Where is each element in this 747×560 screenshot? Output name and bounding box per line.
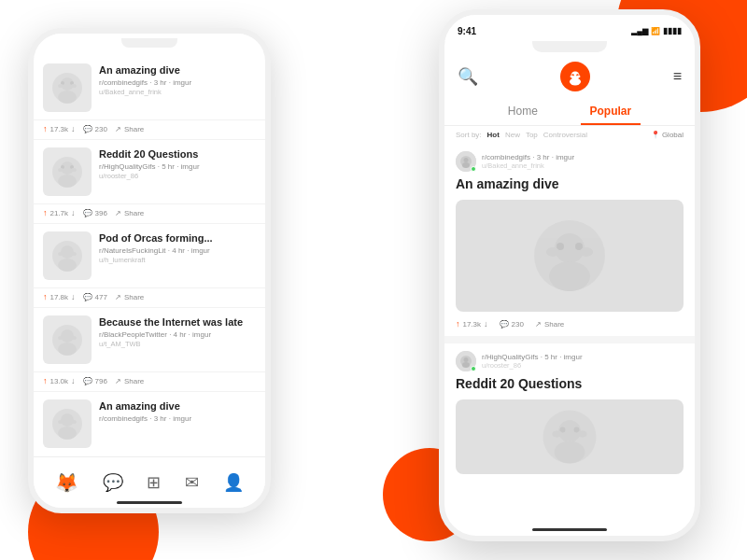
right-post-card-1[interactable]: r/combinedgifs · 3 hr · imgur u/Baked_an… [444, 144, 695, 343]
comment-section[interactable]: 💬 396 [83, 209, 107, 217]
comment-section[interactable]: 💬 230 [500, 320, 524, 329]
share-label: Share [124, 125, 144, 133]
vote-section[interactable]: ↑ 21.7k ↓ [43, 208, 76, 217]
post-meta: r/combinedgifs · 3 hr · imgur [99, 78, 256, 87]
share-icon: ↗ [115, 125, 121, 133]
svg-point-34 [571, 76, 574, 78]
vote-section[interactable]: ↑ 13.0k ↓ [43, 376, 76, 385]
svg-point-25 [61, 413, 74, 427]
post-meta: r/combinedgifs · 3 hr · imgur [99, 414, 256, 423]
svg-point-35 [577, 76, 581, 78]
bottom-nav-left: 🦊 💬 ⊞ ✉ 👤 [34, 456, 265, 508]
nav-browse-button[interactable]: ⊞ [147, 472, 161, 493]
tab-popular[interactable]: Popular [581, 99, 641, 125]
upvote-icon[interactable]: ↑ [43, 292, 48, 301]
online-indicator [471, 166, 476, 172]
downvote-icon[interactable]: ↓ [71, 292, 76, 301]
share-section[interactable]: ↗ Share [535, 320, 564, 329]
search-icon[interactable]: 🔍 [458, 66, 478, 87]
share-section[interactable]: ↗ Share [115, 125, 144, 133]
sort-top[interactable]: Top [526, 131, 538, 139]
right-post-meta-2: r/HighQualityGifs · 5 hr · imgur u/roost… [482, 353, 583, 370]
comment-icon: 💬 [83, 125, 92, 133]
nav-inbox-button[interactable]: ✉ [185, 472, 199, 493]
svg-point-9 [58, 175, 77, 188]
global-button[interactable]: 📍 Global [651, 131, 684, 139]
browse-nav-icon: ⊞ [147, 472, 161, 493]
home-nav-icon: 🦊 [55, 471, 78, 494]
post-info: Pod of Orcas forming... r/NatureIsFuckin… [99, 231, 256, 264]
global-label: Global [662, 131, 684, 139]
share-icon: ↗ [115, 209, 121, 217]
nav-profile-button[interactable]: 👤 [223, 472, 244, 493]
sort-controversial[interactable]: Controversial [543, 131, 587, 139]
vote-section[interactable]: ↑ 17.8k ↓ [43, 292, 76, 301]
reddit-logo [560, 62, 590, 91]
comment-count: 396 [95, 209, 107, 217]
comment-count: 230 [512, 320, 524, 329]
upvote-icon[interactable]: ↑ [43, 376, 48, 385]
share-section[interactable]: ↗ Share [115, 377, 144, 385]
upvote-icon[interactable]: ↑ [43, 208, 48, 217]
share-section[interactable]: ↗ Share [115, 209, 144, 217]
list-item[interactable]: An amazing dive r/combinedgifs · 3 hr · … [34, 56, 265, 120]
downvote-icon[interactable]: ↓ [71, 208, 76, 217]
right-post-title-2: Reddit 20 Questions [456, 375, 684, 392]
share-section[interactable]: ↗ Share [115, 293, 144, 301]
list-item[interactable]: Because the Internet was late r/BlackPeo… [34, 308, 265, 372]
upvote-icon[interactable]: ↑ [43, 124, 48, 133]
inbox-nav-icon: ✉ [185, 472, 199, 493]
nav-home-button[interactable]: 🦊 [55, 471, 78, 494]
subreddit-meta: r/combinedgifs · 3 hr · imgur [482, 153, 574, 161]
sort-hot[interactable]: Hot [487, 131, 500, 139]
tabs-bar: Home Popular [444, 99, 695, 126]
downvote-icon[interactable]: ↓ [71, 124, 76, 133]
sort-new[interactable]: New [505, 131, 520, 139]
post-actions-2: ↑ 21.7k ↓ 💬 396 ↗ Share [34, 204, 265, 224]
signal-icon: ▂▄▆ [631, 27, 648, 35]
post-info: Reddit 20 Questions r/HighQualityGifs · … [99, 147, 256, 180]
downvote-icon[interactable]: ↓ [71, 376, 76, 385]
status-icons: ▂▄▆ 📶 ▮▮▮▮ [631, 26, 682, 35]
svg-point-16 [58, 259, 77, 272]
svg-point-41 [549, 261, 590, 291]
svg-point-51 [555, 441, 585, 464]
post-title: An amazing dive [99, 399, 256, 413]
post-info: Because the Internet was late r/BlackPeo… [99, 315, 256, 348]
share-label: Share [544, 320, 564, 329]
vote-section[interactable]: ↑ 17.3k ↓ [43, 124, 76, 133]
upvote-count: 13.0k [50, 377, 69, 385]
svg-point-15 [61, 245, 74, 259]
upvote-icon[interactable]: ↑ [456, 319, 460, 329]
comment-section[interactable]: 💬 230 [83, 125, 107, 133]
list-item[interactable]: Pod of Orcas forming... r/NatureIsFuckin… [34, 224, 265, 288]
vote-section[interactable]: ↑ 17.3k ↓ [456, 319, 488, 329]
svg-point-18 [71, 252, 77, 256]
list-item[interactable]: Reddit 20 Questions r/HighQualityGifs · … [34, 140, 265, 204]
location-icon: 📍 [651, 131, 660, 139]
right-post-card-2[interactable]: r/HighQualityGifs · 5 hr · imgur u/roost… [444, 343, 695, 474]
online-indicator [471, 366, 476, 371]
post-thumbnail [43, 315, 92, 364]
comment-section[interactable]: 💬 796 [83, 377, 107, 385]
share-icon: ↗ [535, 320, 542, 329]
chat-nav-icon: 💬 [103, 472, 123, 493]
post-actions-1: ↑ 17.3k ↓ 💬 230 ↗ Share [34, 120, 265, 140]
menu-icon[interactable]: ≡ [673, 68, 682, 85]
svg-point-20 [61, 329, 74, 343]
post-actions-4: ↑ 13.0k ↓ 💬 796 ↗ Share [34, 372, 265, 392]
upvote-count: 17.8k [50, 293, 69, 301]
downvote-icon[interactable]: ↓ [484, 319, 488, 329]
post-info: An amazing dive r/combinedgifs · 3 hr · … [99, 399, 256, 424]
list-item[interactable]: An amazing dive r/combinedgifs · 3 hr · … [34, 392, 265, 455]
notch-right [532, 41, 607, 52]
nav-chat-button[interactable]: 💬 [103, 472, 123, 493]
post-title: Reddit 20 Questions [99, 147, 256, 161]
user-meta: u/Baked_anne_frink [482, 161, 574, 170]
svg-point-22 [58, 336, 63, 340]
tab-home[interactable]: Home [499, 99, 547, 125]
upvote-count: 17.3k [50, 125, 69, 133]
comment-section[interactable]: 💬 477 [83, 293, 107, 301]
svg-point-54 [552, 431, 562, 439]
post-info: An amazing dive r/combinedgifs · 3 hr · … [99, 63, 256, 96]
